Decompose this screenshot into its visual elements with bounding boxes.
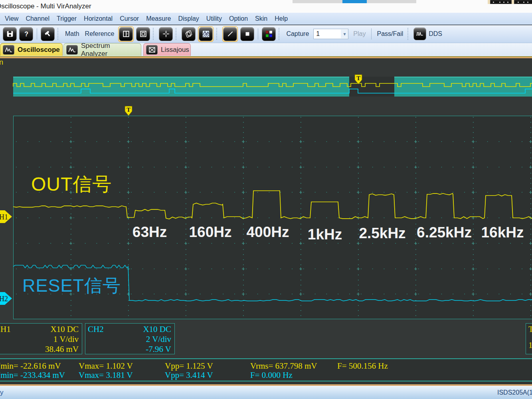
persistence-3d-button[interactable] xyxy=(182,27,196,41)
play-button[interactable]: Play xyxy=(353,30,366,38)
ch1-info-panel[interactable]: CH1 X10 DC 1 V/div 38.46 mV xyxy=(0,323,82,354)
waterfall-3d-icon xyxy=(202,30,210,38)
center-arrows-icon xyxy=(162,30,170,38)
dds-button[interactable] xyxy=(413,28,426,40)
app-window: Oscilloscope - Multi VirAnalyzer View Ch… xyxy=(0,0,532,399)
timebase-line1: T xyxy=(528,324,532,334)
freq-label-400hz: 400Hz xyxy=(247,224,289,241)
out-signal-annotation: OUT信号 xyxy=(31,172,112,197)
menu-horizontal[interactable]: Horizontal xyxy=(84,15,119,22)
menu-channel[interactable]: Channel xyxy=(26,15,56,22)
toolbar: ? Math Reference xyxy=(0,25,532,43)
ch2-volts-per-div: 2 V/div xyxy=(146,334,171,344)
menu-skin[interactable]: Skin xyxy=(255,15,274,22)
ch2-vpp: Vpp= 3.414 V xyxy=(165,370,213,380)
menu-option[interactable]: Option xyxy=(229,15,254,22)
background-button[interactable] xyxy=(490,0,512,4)
ch1-freq: F= 500.156 Hz xyxy=(337,361,388,371)
math-button[interactable]: Math xyxy=(65,30,79,38)
freq-label-6-25khz: 6.25kHz xyxy=(417,224,472,241)
timebase-panel-clipped[interactable]: T 1 xyxy=(526,323,532,354)
ch2-vmax: Vmax= 3.181 V xyxy=(79,370,133,380)
tab-row: Oscilloscope Spectrum Analyzer Lissajous xyxy=(0,43,532,56)
status-text-clipped: y xyxy=(0,389,4,397)
title-bar: Oscilloscope - Multi VirAnalyzer xyxy=(0,0,532,13)
tab-oscilloscope[interactable]: Oscilloscope xyxy=(0,43,63,56)
capture-label: Capture xyxy=(286,30,309,38)
passfail-button[interactable]: Pass/Fail xyxy=(377,30,403,38)
menu-trigger[interactable]: Trigger xyxy=(57,15,83,22)
menu-utility[interactable]: Utility xyxy=(206,15,228,22)
ch1-volts-per-div: 1 V/div xyxy=(53,334,79,344)
tab-lissajous-label: Lissajous xyxy=(161,46,189,54)
stop-icon xyxy=(244,30,251,38)
waterfall-3d-toggle[interactable] xyxy=(198,26,214,42)
freq-label-1khz: 1kHz xyxy=(308,226,342,243)
capture-count-select[interactable]: 1 ▼ xyxy=(313,29,348,39)
svg-text:T: T xyxy=(356,75,360,81)
tab-spectrum-analyzer[interactable]: Spectrum Analyzer xyxy=(63,43,141,56)
ch1-probe-coupling: X10 DC xyxy=(50,324,79,334)
ch2-vmin: Vmin= -233.434 mV xyxy=(0,370,65,380)
tools-button[interactable] xyxy=(41,27,55,41)
tab-spectrum-analyzer-label: Spectrum Analyzer xyxy=(81,42,136,58)
ch2-offset: -7.96 V xyxy=(146,344,171,354)
save-icon xyxy=(6,30,14,38)
freq-label-2-5khz: 2.5kHz xyxy=(359,225,405,242)
svg-text:CH1: CH1 xyxy=(0,213,8,221)
scrollbar-thumb[interactable] xyxy=(342,0,367,3)
dds-label[interactable]: DDS xyxy=(429,30,442,38)
menu-measure[interactable]: Measure xyxy=(146,15,177,22)
freq-label-160hz: 160Hz xyxy=(189,224,232,241)
menu-display[interactable]: Display xyxy=(178,15,205,22)
freq-label-16khz: 16kHz xyxy=(481,224,524,241)
svg-text:T: T xyxy=(127,107,131,113)
stop-button[interactable] xyxy=(240,27,254,41)
ch1-vrms: Vrms= 637.798 mV xyxy=(250,361,317,371)
draw-line-toggle[interactable] xyxy=(222,26,238,42)
ch1-name: CH1 xyxy=(0,324,11,334)
background-window-buttons xyxy=(488,0,532,4)
color-palette-icon xyxy=(265,30,273,38)
single-view-button[interactable] xyxy=(136,27,150,41)
line-icon xyxy=(227,30,234,38)
svg-text:?: ? xyxy=(24,31,28,38)
center-waveform-button[interactable] xyxy=(159,27,173,41)
reset-signal-annotation: RESET信号 xyxy=(22,274,121,298)
hammer-icon xyxy=(44,30,51,38)
status-bar: y ISDS205A(1 xyxy=(0,386,532,399)
spectrum-wave-icon xyxy=(66,45,78,55)
menu-view[interactable]: View xyxy=(5,15,25,22)
oscilloscope-wave-icon xyxy=(3,45,14,55)
background-scrollbar[interactable] xyxy=(293,0,416,3)
persistence-3d-icon xyxy=(185,30,192,38)
ch1-offset: 38.46 mV xyxy=(45,344,79,354)
device-model-label: ISDS205A(1 xyxy=(497,389,532,396)
ch1-vpp: Vpp= 1.125 V xyxy=(165,361,213,371)
save-button[interactable] xyxy=(3,27,17,41)
help-button[interactable]: ? xyxy=(19,27,33,41)
ch2-probe-coupling: X10 DC xyxy=(143,324,171,334)
svg-text:CH2: CH2 xyxy=(0,295,8,303)
menu-cursor[interactable]: Cursor xyxy=(120,15,145,22)
chevron-down-icon: ▼ xyxy=(341,30,348,38)
timebase-line2: 1 xyxy=(528,340,532,350)
window-title: Oscilloscope - Multi VirAnalyzer xyxy=(0,2,91,10)
ch2-info-panel[interactable]: CH2 X10 DC 2 V/div -7.96 V xyxy=(85,323,175,354)
overview-strip[interactable] xyxy=(13,77,532,97)
split-view-toggle[interactable] xyxy=(118,26,134,42)
color-settings-button[interactable] xyxy=(262,27,276,41)
background-button[interactable] xyxy=(514,0,532,4)
single-view-icon xyxy=(140,30,147,38)
menu-help[interactable]: Help xyxy=(275,15,294,22)
clipped-side-label: n xyxy=(0,58,3,67)
tab-lissajous[interactable]: Lissajous xyxy=(143,43,191,56)
reference-button[interactable]: Reference xyxy=(85,30,115,38)
split-view-icon xyxy=(123,30,130,38)
freq-label-63hz: 63Hz xyxy=(133,224,167,241)
ch2-name: CH2 xyxy=(88,324,104,334)
measurement-band: Vmin= -22.616 mV Vmax= 1.102 V Vpp= 1.12… xyxy=(0,358,532,381)
menu-bar: View Channel Trigger Horizontal Cursor M… xyxy=(0,13,532,25)
capture-count-value: 1 xyxy=(314,30,341,38)
ch1-vmax: Vmax= 1.102 V xyxy=(79,361,133,371)
